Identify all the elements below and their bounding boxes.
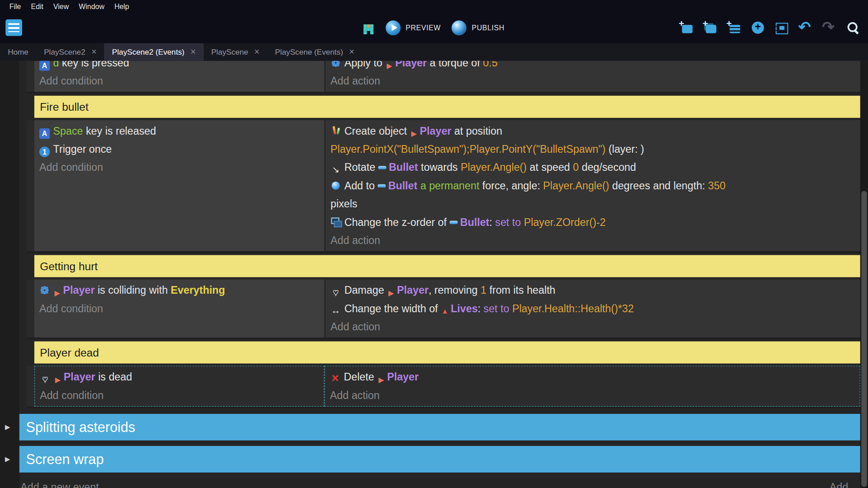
condition-item[interactable]: d key is pressed [34,61,325,72]
add-action-button[interactable]: Add action [326,318,860,336]
toolbar-center: PREVIEW PUBLISH [363,20,505,35]
event-row[interactable]: Player is colliding with EverythingAdd c… [27,279,860,339]
scrollbar-thumb[interactable] [861,191,867,487]
action-item[interactable]: Create object Player at position Player.… [326,122,860,158]
condition-item[interactable]: Trigger once [34,140,325,158]
tab-close-icon[interactable]: × [190,48,195,56]
group-row[interactable]: ▶Splitting asteroids [19,414,860,441]
comment-row[interactable]: Player dead [34,342,860,364]
menu-item-view[interactable]: View [48,2,74,10]
chevron-right-icon[interactable]: ▶ [5,455,10,463]
tab-playscene[interactable]: PlayScene× [203,43,267,61]
bullet-icon [378,162,387,173]
add-condition-button[interactable]: Add condition [35,386,324,404]
actions-cell: Delete PlayerAdd action [325,366,860,407]
content-area: d key is pressedAdd conditionApply to Pl… [0,61,868,488]
comment-row[interactable]: Getting hurt [34,255,860,277]
event-gutter [27,120,34,251]
bullet-icon [377,180,387,191]
main-column: d key is pressedAdd conditionApply to Pl… [19,61,860,488]
action-item[interactable]: Apply to Player a torque of 0.5 [326,61,860,72]
event-gutter [27,61,34,92]
tab-label: PlayScene2 (Events) [112,47,184,56]
condition-item[interactable]: Player is dead [35,368,324,386]
add-event-icon[interactable] [679,20,693,35]
tab-playscene2-events[interactable]: PlayScene2 (Events)× [104,43,203,61]
event-sheet: d key is pressedAdd conditionApply to Pl… [19,61,860,473]
tab-playscene2[interactable]: PlayScene2× [36,43,104,61]
add-condition-button[interactable]: Add condition [34,158,325,176]
group-row[interactable]: ▶Screen wrap [19,446,860,473]
tab-playscene-events[interactable]: PlayScene (Events)× [267,43,362,61]
redo-icon[interactable] [822,20,836,35]
search-icon[interactable] [846,20,860,35]
event-row[interactable]: d key is pressedAdd conditionApply to Pl… [27,61,860,94]
action-item[interactable]: Rotate Bullet towards Player.Angle() at … [326,158,860,176]
tab-label: PlayScene (Events) [275,47,343,56]
keyboard-icon [39,128,50,139]
play-icon [386,20,401,35]
group-title: Splitting asteroids [19,419,135,436]
action-item[interactable]: Change the width of Lives: set to Player… [326,299,860,317]
tab-label: PlayScene2 [44,47,85,56]
tab-close-icon[interactable]: × [91,48,96,56]
action-item[interactable]: Add to Bullet a permanent force, angle: … [326,177,860,213]
heart-icon [40,374,50,385]
add-comment-icon[interactable] [727,20,741,35]
add-condition-button[interactable]: Add condition [34,72,325,90]
gdevelop-logo-icon[interactable] [5,19,22,36]
physics-icon [39,285,50,296]
condition-item[interactable]: Space key is released [34,122,325,140]
actions-cell: Damage Player, removing 1 from its healt… [325,279,860,338]
paste-icon[interactable] [774,20,789,35]
app-window: FileEditViewWindowHelp PREVIEW PUBLISH H… [0,0,868,488]
conditions-cell: d key is pressedAdd condition [34,61,325,92]
player-icon [410,128,418,139]
keyboard-icon [39,61,50,71]
heart-icon [330,287,341,298]
menu-item-edit[interactable]: Edit [26,2,48,10]
add-action-button[interactable]: Add action [326,72,860,90]
menu-item-help[interactable]: Help [109,2,134,10]
group-title: Screen wrap [19,451,104,468]
add-subevent-icon[interactable] [703,20,717,35]
menu-item-file[interactable]: File [5,2,26,10]
menu-item-window[interactable]: Window [74,2,109,10]
chevron-right-icon[interactable]: ▶ [5,423,10,431]
tab-close-icon[interactable]: × [255,48,259,56]
event-gutter [27,279,34,338]
create-icon [330,126,341,136]
bullet-icon [449,217,458,227]
tab-home[interactable]: Home [0,43,36,61]
action-item[interactable]: Delete Player [325,368,860,386]
player-icon [387,288,395,298]
rotate-icon [330,164,341,175]
add-more-button[interactable]: Add... [830,481,857,488]
menubar: FileEditViewWindowHelp [0,0,868,12]
player-icon [53,288,61,298]
conditions-cell: Player is deadAdd condition [34,366,325,407]
publish-button[interactable]: PUBLISH [452,20,504,35]
actions-cell: Create object Player at position Player.… [325,120,860,251]
preview-button[interactable]: PREVIEW [386,20,441,35]
game-project-icon [363,24,367,28]
action-item[interactable]: Change the z-order of Bullet: set to Pla… [326,213,860,231]
tab-close-icon[interactable]: × [349,48,354,56]
add-action-button[interactable]: Add action [325,386,860,404]
action-item[interactable]: Damage Player, removing 1 from its healt… [326,281,860,299]
add-condition-button[interactable]: Add condition [34,299,325,317]
add-new-event-button[interactable]: Add a new event [20,481,99,488]
trigger-once-icon [39,146,50,157]
add-action-button[interactable]: Add action [326,231,860,249]
lives-icon [441,306,449,316]
conditions-cell: Space key is releasedTrigger onceAdd con… [34,120,325,251]
vertical-scrollbar[interactable] [860,61,868,488]
add-more-icon[interactable] [750,20,765,35]
comment-row[interactable]: Fire bullet [34,96,860,118]
event-row[interactable]: Player is deadAdd conditionDelete Player… [27,366,860,408]
force-icon [330,180,341,191]
condition-item[interactable]: Player is colliding with Everything [34,281,325,299]
undo-icon[interactable] [798,20,813,35]
event-row[interactable]: Space key is releasedTrigger onceAdd con… [27,120,860,253]
zorder-icon [330,217,341,227]
